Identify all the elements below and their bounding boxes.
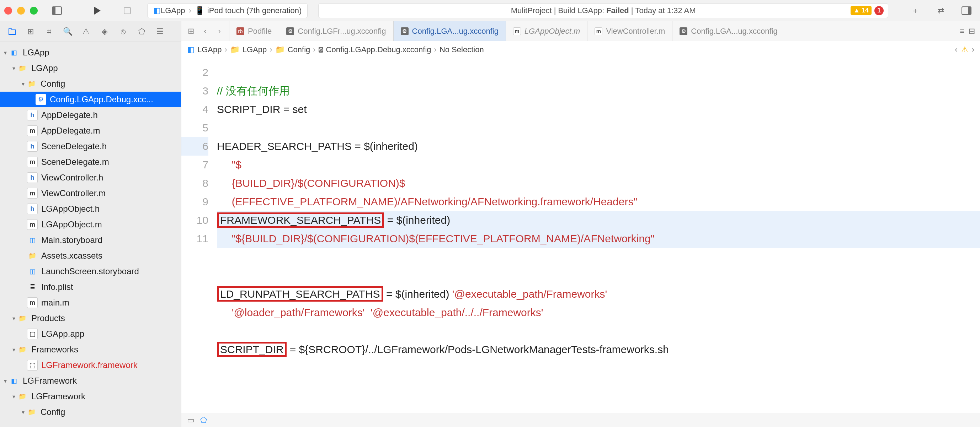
project-icon: ◧ [187, 45, 194, 54]
folder-icon: 📁 [275, 45, 285, 54]
chevron-right-icon: › [189, 6, 191, 15]
code-review-icon[interactable]: ⇄ [934, 4, 947, 17]
folder-icon: 📁 [17, 391, 28, 402]
stop-icon[interactable] [121, 4, 134, 17]
impl-icon: m [27, 125, 38, 136]
tree-folder-config2[interactable]: ▾📁 Config [0, 404, 181, 420]
project-navigator-icon[interactable] [4, 24, 20, 40]
tab-config-fr[interactable]: ⚙Config.LGFr...ug.xcconfig [279, 21, 393, 41]
folder-icon: 📁 [230, 45, 240, 54]
next-issue-icon[interactable]: › [972, 45, 974, 54]
issue-navigator-icon[interactable]: ⚠ [78, 24, 94, 40]
tree-folder-lgframework[interactable]: ▾📁 LGFramework [0, 389, 181, 404]
xcconfig-icon: ⚙ [318, 47, 323, 52]
tab-lgappobject[interactable]: mLGAppObject.m [506, 21, 588, 41]
device-icon: 📱 [195, 6, 204, 15]
tree-file[interactable]: mSceneDelegate.m [0, 154, 181, 170]
tree-file[interactable]: hViewController.h [0, 170, 181, 186]
tree-file[interactable]: hAppDelegate.h [0, 107, 181, 123]
editor-options-icon[interactable]: ≡ [960, 27, 964, 36]
code-editor[interactable]: 2 3 4 5 6 7 8 9 10 11 // 没有任何作用 SCRIPT_D… [181, 58, 980, 413]
project-icon: ◧ [8, 376, 19, 386]
tree-folder-products[interactable]: ▾📁 Products [0, 311, 181, 326]
highlight-box: SCRIPT_DIR [217, 342, 286, 357]
impl-icon: m [595, 27, 602, 35]
tree-file[interactable]: 📁Assets.xcassets [0, 248, 181, 264]
svg-rect-1 [52, 7, 56, 14]
storyboard-icon: ◫ [27, 235, 38, 246]
tree-file[interactable]: mLGAppObject.m [0, 217, 181, 232]
close-window[interactable] [4, 7, 12, 14]
tab-config-app[interactable]: ⚙Config.LGA...ug.xcconfig [394, 21, 506, 41]
report-navigator-icon[interactable]: ☰ [152, 24, 168, 40]
xcconfig-icon: ⚙ [679, 27, 687, 35]
svg-rect-4 [968, 7, 971, 14]
plist-icon: ≣ [27, 282, 38, 292]
run-icon[interactable] [91, 4, 104, 17]
code-line: '@loader_path/Frameworks' '@executable_p… [217, 306, 543, 318]
tab-viewcontroller[interactable]: mViewController.m [587, 21, 672, 41]
tree-file-app[interactable]: ▢LGApp.app [0, 326, 181, 342]
folder-icon: 📁 [26, 78, 37, 89]
highlight-box: LD_RUNPATH_SEARCH_PATHS [217, 286, 383, 302]
minimize-window[interactable] [17, 7, 25, 14]
tree-project-lgframework[interactable]: ▾◧ LGFramework [0, 373, 181, 389]
tab-podfile[interactable]: rbPodfile [229, 21, 279, 41]
library-icon[interactable] [960, 4, 973, 17]
tree-project-lgapp[interactable]: ▾◧ LGApp [0, 45, 181, 60]
find-navigator-icon[interactable]: 🔍 [60, 24, 75, 40]
tree-folder-frameworks[interactable]: ▾📁 Frameworks [0, 342, 181, 357]
zoom-window[interactable] [30, 7, 38, 14]
project-tree: ▾◧ LGApp ▾📁 LGApp ▾📁 Config ⚙ Config.LGA… [0, 42, 181, 427]
ruby-icon: rb [237, 27, 244, 35]
breakpoint-navigator-icon[interactable]: ⬠ [134, 24, 150, 40]
folder-icon: 📁 [17, 313, 28, 324]
tree-folder-config[interactable]: ▾📁 Config [0, 76, 181, 92]
plus-icon[interactable]: ＋ [909, 4, 922, 17]
tree-file[interactable]: ≣Info.plist [0, 279, 181, 295]
tree-file-config-debug[interactable]: ⚙ Config.LGApp.Debug.xcc... [0, 92, 181, 107]
code-line-highlighted: FRAMEWORK_SEARCH_PATHS = $(inherited) [217, 211, 980, 230]
adjust-editor-icon[interactable]: ⊟ [969, 27, 975, 36]
warning-icon[interactable]: ⚠ [961, 45, 968, 54]
tree-file[interactable]: ◫LaunchScreen.storyboard [0, 264, 181, 279]
toggle-debug-icon[interactable]: ▭ [187, 416, 194, 425]
app-icon: ▢ [27, 329, 38, 339]
tab-nav-controls: ⊞ ‹ › [181, 21, 229, 41]
activity-status[interactable]: MulitProject | Build LGApp: Failed | Tod… [318, 3, 888, 18]
symbol-navigator-icon[interactable]: ⌗ [41, 24, 57, 40]
xcconfig-icon: ⚙ [35, 94, 46, 105]
code-line: HEADER_SEARCH_PATHS = $(inherited) [217, 140, 418, 152]
sidebar-toggle-icon[interactable] [51, 4, 63, 17]
folder-icon: 📁 [17, 344, 28, 355]
tree-file[interactable]: ◫Main.storyboard [0, 232, 181, 248]
tree-folder-lgapp[interactable]: ▾📁 LGApp [0, 60, 181, 76]
scheme-device: iPod touch (7th generation) [207, 6, 302, 15]
test-navigator-icon[interactable]: ◈ [97, 24, 112, 40]
error-badge[interactable]: 1 [874, 6, 884, 15]
header-icon: h [27, 110, 38, 121]
tree-file[interactable]: hLGAppObject.h [0, 201, 181, 217]
forward-icon[interactable]: › [214, 27, 225, 36]
prev-issue-icon[interactable]: ‹ [955, 45, 957, 54]
back-icon[interactable]: ‹ [200, 27, 210, 36]
tree-file[interactable]: mViewController.m [0, 186, 181, 201]
warning-badge[interactable]: ▲ 14 [851, 6, 872, 15]
tab-bar: ⊞ ‹ › rbPodfile ⚙Config.LGFr...ug.xcconf… [181, 21, 980, 41]
tree-file-framework[interactable]: ⬚LGFramework.framework [0, 357, 181, 373]
impl-icon: m [27, 219, 38, 230]
jump-bar[interactable]: ◧LGApp › 📁LGApp › 📁Config › ⚙Config.LGAp… [181, 41, 980, 58]
tree-file[interactable]: hSceneDelegate.h [0, 138, 181, 154]
source-control-icon[interactable]: ⊞ [23, 24, 38, 40]
tree-file[interactable]: mAppDelegate.m [0, 123, 181, 138]
tab-config-app2[interactable]: ⚙Config.LGA...ug.xcconfig [672, 21, 785, 41]
highlight-box: FRAMEWORK_SEARCH_PATHS [217, 213, 384, 228]
tree-file[interactable]: mmain.m [0, 295, 181, 311]
breakpoint-icon[interactable]: ⬠ [200, 416, 207, 425]
scheme-selector[interactable]: ◧ LGApp › 📱 iPod touch (7th generation) [147, 3, 308, 18]
recent-files-icon[interactable]: ⊞ [186, 27, 196, 36]
debug-navigator-icon[interactable]: ⎋ [115, 24, 131, 40]
code-content[interactable]: // 没有任何作用 SCRIPT_DIR = set HEADER_SEARCH… [217, 58, 980, 413]
status-time: Today at 1:32 AM [635, 6, 695, 15]
status-result: Failed [606, 6, 629, 15]
